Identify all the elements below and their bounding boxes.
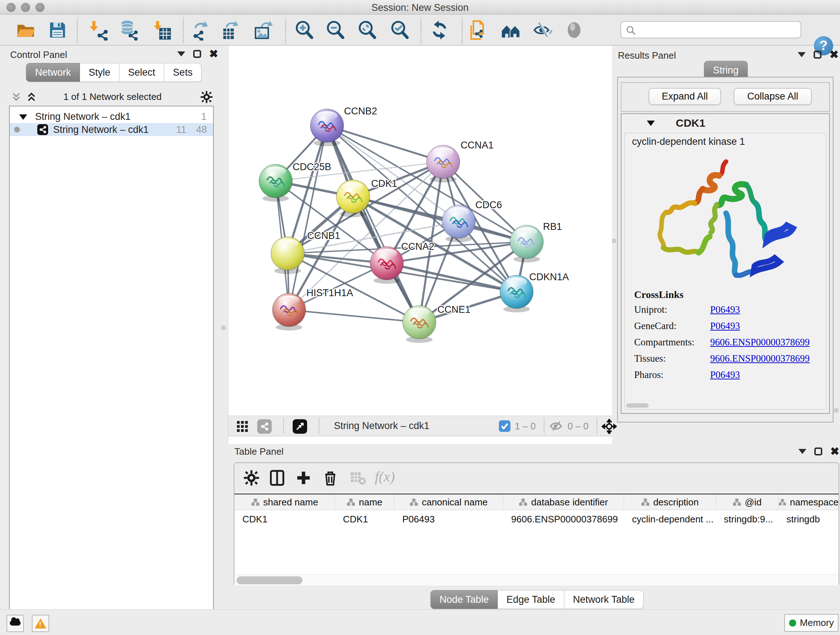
float-panel-button[interactable]	[814, 448, 822, 455]
collapse-all-button[interactable]: Collapse All	[734, 88, 812, 105]
column-header-@id[interactable]: @id	[716, 494, 778, 510]
tab-edge-table[interactable]: Edge Table	[498, 590, 564, 609]
crosslink-link[interactable]: P06493	[710, 320, 740, 332]
automation-cloud-button[interactable]	[6, 615, 24, 632]
warnings-button[interactable]	[32, 615, 49, 632]
zoom-selected-button[interactable]	[389, 19, 410, 41]
network-current-bullet	[14, 127, 20, 133]
close-panel-button[interactable]: ✖	[209, 50, 218, 58]
selected-checkbox[interactable]	[499, 420, 510, 432]
column-type-icon	[778, 498, 786, 507]
import-table-button[interactable]	[152, 19, 172, 41]
open-in-window-button[interactable]	[293, 419, 307, 434]
float-panel-button[interactable]	[193, 50, 201, 58]
crosslink-link[interactable]: P06493	[710, 369, 740, 380]
import-network-icon	[88, 19, 109, 41]
crosslink-row: Pharos:P06493	[634, 369, 810, 380]
table-settings-button[interactable]	[243, 470, 260, 486]
panel-menu-button[interactable]	[798, 52, 806, 57]
crosslink-link[interactable]: 9606.ENSP00000378699	[710, 353, 810, 364]
export-table-button[interactable]	[220, 19, 241, 41]
zoom-selected-icon	[389, 19, 410, 41]
delete-column-button[interactable]	[322, 470, 339, 486]
tab-select[interactable]: Select	[119, 63, 164, 82]
zoom-out-button[interactable]	[325, 19, 346, 41]
show-columns-button[interactable]	[269, 470, 286, 486]
zoom-in-icon	[294, 19, 315, 41]
clone-network-button[interactable]	[468, 19, 489, 41]
table-cell: stringdb	[778, 510, 838, 529]
crosslink-link[interactable]: P06493	[710, 304, 740, 315]
tab-network-table[interactable]: Network Table	[564, 590, 644, 609]
gene-disclosure-triangle[interactable]	[647, 120, 655, 126]
grid-view-icon[interactable]	[235, 420, 249, 433]
results-scrollbar-thumb[interactable]	[626, 403, 649, 408]
expand-all-button[interactable]: Expand All	[649, 88, 721, 105]
collection-disclosure-triangle[interactable]	[19, 114, 27, 120]
node-CDKN1A[interactable]: CDKN1A	[500, 272, 569, 312]
table-row[interactable]: CDK1CDK1P064939606.ENSP00000378699cyclin…	[234, 510, 838, 529]
zoom-fit-button[interactable]	[357, 19, 378, 41]
panel-menu-button[interactable]	[177, 51, 185, 57]
function-builder-button-disabled[interactable]: f(x)	[375, 468, 395, 485]
column-header-namespace[interactable]: namespace	[778, 494, 838, 510]
close-panel-button[interactable]: ✖	[829, 51, 838, 59]
column-type-icon	[347, 498, 355, 507]
node-label-CCNA1: CCNA1	[461, 140, 494, 150]
column-header-description[interactable]: description	[624, 494, 716, 510]
crosslink-link[interactable]: 9606.ENSP00000378699	[710, 337, 810, 348]
gene-header-row[interactable]: CDK1	[622, 114, 829, 132]
network-share-view-button[interactable]	[257, 419, 272, 434]
selected-node-edge-count: 1 – 0	[515, 421, 536, 432]
tab-node-table[interactable]: Node Table	[431, 590, 498, 609]
column-header-canonical-name[interactable]: canonical name	[394, 494, 503, 510]
edge-CCNB2-HIST1H1A[interactable]	[289, 126, 327, 310]
fit-selected-crosshair-icon[interactable]	[602, 419, 617, 434]
network-label: String Network – cdk1	[53, 123, 149, 136]
node-HIST1H1A[interactable]: HIST1H1A	[272, 287, 353, 331]
results-panel: Results Panel ✖ String Expand All Collap…	[615, 46, 840, 444]
toolbar-separator	[283, 418, 284, 434]
show-graphics-button[interactable]	[564, 19, 584, 41]
memory-label: Memory	[800, 617, 834, 629]
network-row-selected[interactable]: String Network – cdk1 11 48	[10, 123, 213, 136]
table-horizontal-scrollbar[interactable]	[234, 575, 838, 585]
tab-style[interactable]: Style	[80, 63, 119, 82]
tab-sets[interactable]: Sets	[164, 63, 202, 82]
node-CDC6[interactable]: CDC6	[442, 200, 502, 242]
delete-table-button-disabled[interactable]	[349, 470, 366, 486]
column-header-name[interactable]: name	[335, 494, 394, 510]
add-column-button[interactable]	[295, 470, 312, 486]
export-image-button[interactable]	[253, 19, 273, 41]
import-network-button[interactable]	[88, 19, 109, 41]
hide-panel-button[interactable]	[532, 19, 553, 41]
float-panel-button[interactable]	[813, 51, 821, 59]
column-header-database-identifier[interactable]: database identifier	[503, 494, 624, 510]
save-session-button[interactable]	[47, 19, 68, 41]
node-RB1[interactable]: RB1	[510, 221, 562, 263]
tab-network[interactable]: Network	[26, 63, 80, 82]
splitter-handle[interactable]	[221, 325, 226, 330]
database-icon	[118, 19, 139, 41]
export-network-button[interactable]	[189, 19, 210, 41]
import-database-button[interactable]	[118, 19, 139, 41]
open-session-button[interactable]	[15, 19, 36, 41]
network-collection-row[interactable]: String Network – cdk1 1	[10, 110, 213, 123]
close-panel-button[interactable]: ✖	[830, 448, 839, 455]
crosslinks-heading: CrossLinks	[634, 289, 810, 301]
edge-CCNB2-CCNA1[interactable]	[327, 126, 443, 162]
column-header-shared-name[interactable]: shared name	[234, 494, 335, 510]
collection-label: String Network – cdk1	[35, 110, 131, 123]
hidden-eye-slash-icon[interactable]	[549, 420, 563, 432]
search-input[interactable]	[640, 23, 796, 36]
node-CCNA1[interactable]: CCNA1	[426, 140, 494, 182]
network-overview-button[interactable]	[500, 19, 521, 41]
network-canvas[interactable]: CCNB2CCNA1CDC25BCDK1CDC6RB1CCNB1CCNA2CDK…	[228, 46, 612, 416]
zoom-in-button[interactable]	[294, 19, 315, 41]
gear-icon[interactable]	[200, 90, 213, 103]
scrollbar-thumb[interactable]	[237, 576, 302, 584]
refresh-button[interactable]	[429, 19, 450, 41]
memory-button[interactable]: Memory	[784, 614, 838, 632]
panel-menu-button[interactable]	[798, 449, 806, 454]
node-label-RB1: RB1	[543, 221, 562, 232]
